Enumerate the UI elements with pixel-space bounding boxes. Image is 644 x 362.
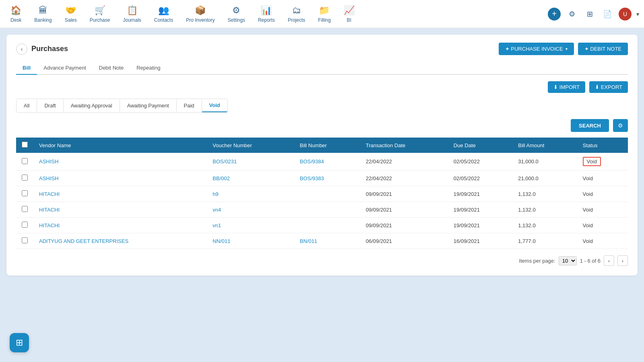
row-check-1[interactable] (22, 175, 28, 181)
document-icon[interactable]: 📄 (601, 8, 614, 21)
voucher-number-5[interactable]: NN/011 (207, 233, 294, 249)
nav-item-projects[interactable]: 🗂Projects (282, 2, 311, 26)
tab-repeating[interactable]: Repeating (130, 62, 167, 75)
row-check-0[interactable] (22, 158, 28, 164)
col-header-voucher-number: Voucher Number (207, 138, 294, 153)
bill-number-0[interactable]: BOS/9384 (294, 153, 360, 171)
nav-item-desk[interactable]: 🏠Desk (5, 2, 27, 26)
status-4: Void (577, 218, 628, 233)
row-check-4[interactable] (22, 222, 28, 228)
nav-item-filling[interactable]: 📁Filling (312, 2, 336, 26)
col-header-bill-amount: Bill Amount (512, 138, 577, 153)
status-2: Void (577, 186, 628, 202)
row-checkbox-2[interactable] (16, 186, 33, 202)
vendor-name-1[interactable]: ASHISH (33, 171, 207, 186)
filter-tab-all[interactable]: All (17, 99, 37, 112)
debit-note-button[interactable]: ✦ DEBIT NOTE (578, 43, 628, 55)
col-header-due-date: Due Date (448, 138, 512, 153)
add-button[interactable]: + (548, 8, 561, 21)
due-date-0: 02/05/2022 (448, 153, 512, 171)
nav-label-bi: BI (347, 17, 351, 23)
purchase-invoice-button[interactable]: ✦ PURCHASE INVOICE ▾ (499, 43, 574, 55)
nav-label-journals: Journals (123, 17, 141, 23)
vendor-name-5[interactable]: ADITYUG AND GEET ENTERPRISES (33, 233, 207, 249)
export-button[interactable]: ⬇ EXPORT (589, 81, 628, 93)
row-check-5[interactable] (22, 237, 28, 243)
vendor-name-2[interactable]: HITACHI (33, 186, 207, 202)
due-date-2: 19/09/2021 (448, 186, 512, 202)
row-checkbox-4[interactable] (16, 218, 33, 233)
nav-label-pro-inventory: Pro Inventory (186, 17, 215, 23)
row-check-3[interactable] (22, 206, 28, 212)
tab-debit-note[interactable]: Debit Note (93, 62, 130, 75)
bill-amount-5: 1,777.0 (512, 233, 577, 249)
select-all-checkbox[interactable] (22, 142, 28, 148)
voucher-number-1[interactable]: BB/002 (207, 171, 294, 186)
fab-icon: ⊞ (16, 337, 23, 348)
row-checkbox-5[interactable] (16, 233, 33, 249)
contacts-icon: 👥 (158, 5, 169, 16)
nav-item-journals[interactable]: 📋Journals (117, 2, 147, 26)
projects-icon: 🗂 (292, 5, 301, 16)
toolbar-row: ⬇ IMPORT ⬇ EXPORT (16, 81, 628, 93)
nav-label-contacts: Contacts (154, 17, 173, 23)
settings-gear-button[interactable]: ⚙ (613, 119, 628, 132)
status-badge-0: Void (583, 157, 601, 166)
desk-icon: 🏠 (10, 5, 21, 16)
filter-tab-awaiting-approval[interactable]: Awaiting Approval (64, 99, 120, 112)
header-buttons: ✦ PURCHASE INVOICE ▾ ✦ DEBIT NOTE (499, 43, 628, 55)
fab-button[interactable]: ⊞ (10, 333, 29, 352)
vendor-name-3[interactable]: HITACHI (33, 202, 207, 218)
top-nav: 🏠Desk🏛Banking🤝Sales🛒Purchase📋Journals👥Co… (0, 0, 644, 28)
tab-bar: BillAdvance PaymentDebit NoteRepeating (16, 62, 628, 75)
select-all-col (16, 138, 33, 153)
nav-item-bi[interactable]: 📈BI (338, 2, 360, 26)
nav-item-pro-inventory[interactable]: 📦Pro Inventory (180, 2, 220, 26)
nav-item-sales[interactable]: 🤝Sales (59, 2, 83, 26)
nav-item-reports[interactable]: 📊Reports (252, 2, 281, 26)
table-row: HITACHIvn409/09/202119/09/20211,132.0Voi… (16, 202, 628, 218)
search-row: SEARCH ⚙ (16, 119, 628, 132)
voucher-number-3[interactable]: vn4 (207, 202, 294, 218)
bill-amount-0: 31,000.0 (512, 153, 577, 171)
tab-bill[interactable]: Bill (16, 62, 37, 75)
nav-item-contacts[interactable]: 👥Contacts (149, 2, 179, 26)
col-header-bill-number: Bill Number (294, 138, 360, 153)
filter-tab-awaiting-payment[interactable]: Awaiting Payment (120, 99, 177, 112)
settings-icon[interactable]: ⚙ (566, 8, 578, 21)
nav-item-settings[interactable]: ⚙Settings (222, 2, 251, 26)
filter-tab-draft[interactable]: Draft (37, 99, 63, 112)
voucher-number-0[interactable]: BOS/0231 (207, 153, 294, 171)
search-button[interactable]: SEARCH (571, 119, 609, 132)
row-checkbox-1[interactable] (16, 171, 33, 186)
avatar[interactable]: U (619, 8, 632, 21)
bill-number-1[interactable]: BOS/9383 (294, 171, 360, 186)
items-per-page-select[interactable]: 10 20 50 (559, 256, 577, 265)
bill-amount-3: 1,132.0 (512, 202, 577, 218)
page-header-left: ‹ Purchases (16, 43, 68, 55)
chevron-down-icon[interactable]: ▾ (636, 11, 639, 17)
filter-tab-paid[interactable]: Paid (177, 99, 202, 112)
status-0: Void (577, 153, 628, 171)
grid-icon[interactable]: ⊞ (583, 8, 596, 21)
tab-advance-payment[interactable]: Advance Payment (37, 62, 93, 75)
row-check-2[interactable] (22, 190, 28, 196)
nav-item-purchase[interactable]: 🛒Purchase (84, 2, 116, 26)
chevron-down-icon: ▾ (566, 47, 568, 51)
row-checkbox-0[interactable] (16, 153, 33, 171)
voucher-number-2[interactable]: h9 (207, 186, 294, 202)
next-page-button[interactable]: › (617, 255, 628, 266)
bill-number-5[interactable]: BN/011 (294, 233, 360, 249)
due-date-1: 02/05/2022 (448, 171, 512, 186)
vendor-name-0[interactable]: ASHISH (33, 153, 207, 171)
import-button[interactable]: ⬇ IMPORT (548, 81, 585, 93)
back-button[interactable]: ‹ (16, 43, 27, 55)
bill-amount-4: 1,132.0 (512, 218, 577, 233)
row-checkbox-3[interactable] (16, 202, 33, 218)
status-5: Void (577, 233, 628, 249)
vendor-name-4[interactable]: HITACHI (33, 218, 207, 233)
nav-item-banking[interactable]: 🏛Banking (29, 2, 57, 26)
prev-page-button[interactable]: ‹ (604, 255, 614, 266)
voucher-number-4[interactable]: vn1 (207, 218, 294, 233)
filter-tab-void[interactable]: Void (202, 99, 227, 112)
